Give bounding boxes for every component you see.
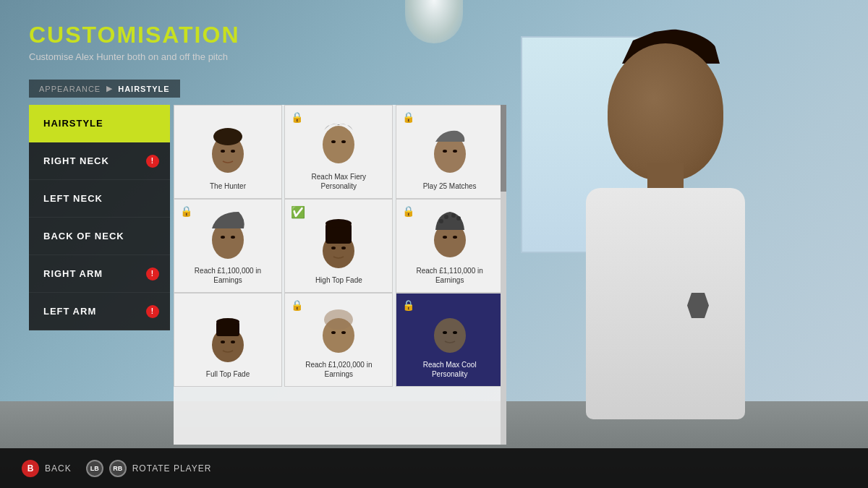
right-arm-badge: ! xyxy=(146,267,159,281)
face-7 xyxy=(310,302,367,360)
lock-icon-8: 🔒 xyxy=(402,299,414,311)
breadcrumb-appearance[interactable]: APPEARANCE xyxy=(39,85,101,93)
sidebar-item-right-neck[interactable]: RIGHT NECK ! xyxy=(29,142,170,180)
grid-scrollbar[interactable] xyxy=(501,105,506,445)
lock-icon-1: 🔒 xyxy=(291,111,303,123)
grid-cell-5[interactable]: 🔒 Reach £1,110,000 in Earnings xyxy=(396,199,504,293)
grid-inner: The Hunter 🔒 Reach Max Fiery Personality… xyxy=(174,105,506,387)
svg-point-4 xyxy=(323,126,354,163)
breadcrumb-separator: ▶ xyxy=(106,84,112,93)
title-section: CUSTOMISATION Customise Alex Hunter both… xyxy=(29,22,239,62)
grid-cell-2[interactable]: 🔒 Play 25 Matches xyxy=(396,105,504,199)
svg-point-16 xyxy=(331,247,336,249)
lock-icon-2: 🔒 xyxy=(402,111,414,123)
svg-point-29 xyxy=(231,341,235,343)
page-title: CUSTOMISATION xyxy=(29,22,239,48)
back-label: Back xyxy=(45,463,72,474)
lb-button[interactable]: LB xyxy=(86,460,103,477)
lock-icon-7: 🔒 xyxy=(291,299,303,311)
svg-point-28 xyxy=(221,341,225,343)
grid-cell-4[interactable]: ✅ High Top Fade xyxy=(284,199,393,293)
bottom-bar: B Back LB RB Rotate Player xyxy=(0,448,868,488)
sidebar-item-left-arm[interactable]: LEFT ARM ! xyxy=(29,293,170,330)
svg-point-24 xyxy=(453,236,457,239)
svg-point-27 xyxy=(216,318,239,325)
face-6 xyxy=(199,312,257,369)
svg-point-31 xyxy=(324,309,353,330)
grid-cell-3[interactable]: 🔒 Reach £1,100,000 in Earnings xyxy=(174,199,282,293)
svg-point-17 xyxy=(341,247,346,249)
svg-point-33 xyxy=(341,331,346,334)
face-0 xyxy=(199,124,257,181)
svg-point-15 xyxy=(326,219,352,228)
lock-icon-5: 🔒 xyxy=(402,205,414,217)
svg-point-9 xyxy=(453,150,457,153)
svg-point-2 xyxy=(221,150,225,153)
svg-point-36 xyxy=(453,331,457,334)
svg-point-11 xyxy=(221,236,225,239)
svg-point-20 xyxy=(444,215,448,219)
face-3 xyxy=(199,208,257,266)
cell-label-1: Reach Max Fiery Personality xyxy=(295,172,382,191)
lock-icon-3: 🔒 xyxy=(180,205,192,217)
svg-point-1 xyxy=(213,128,242,145)
breadcrumb-hairstyle[interactable]: HAIRSTYLE xyxy=(118,85,169,93)
svg-point-34 xyxy=(434,318,466,353)
cell-label-4: High Top Fade xyxy=(315,275,362,285)
svg-point-3 xyxy=(231,150,235,153)
left-arm-badge: ! xyxy=(146,305,159,318)
ui-overlay: CUSTOMISATION Customise Alex Hunter both… xyxy=(0,0,868,488)
svg-point-8 xyxy=(443,150,447,153)
svg-point-19 xyxy=(439,219,443,223)
svg-point-21 xyxy=(451,213,456,218)
grid-scrollbar-thumb[interactable] xyxy=(501,105,506,192)
sidebar-item-hairstyle[interactable]: HAIRSTYLE xyxy=(29,105,170,142)
svg-point-6 xyxy=(341,140,346,143)
svg-point-22 xyxy=(456,216,461,221)
svg-point-32 xyxy=(331,331,336,334)
face-1 xyxy=(310,114,367,172)
face-8 xyxy=(421,302,479,360)
rb-button[interactable]: RB xyxy=(109,460,127,477)
right-neck-badge: ! xyxy=(146,155,159,168)
sidebar-item-back-of-neck[interactable]: BACK OF NECK xyxy=(29,218,170,255)
grid-cell-8[interactable]: 🔒 Reach Max Cool Personality xyxy=(396,293,504,387)
face-2 xyxy=(421,124,479,181)
cell-label-6: Full Top Fade xyxy=(206,369,250,379)
rotate-control[interactable]: LB RB Rotate Player xyxy=(86,460,212,477)
face-4 xyxy=(310,218,367,275)
check-icon-4: ✅ xyxy=(291,205,305,219)
page-subtitle: Customise Alex Hunter both on and off th… xyxy=(29,51,239,62)
sidebar-item-left-neck[interactable]: LEFT NECK xyxy=(29,180,170,218)
svg-point-12 xyxy=(231,236,235,239)
back-control[interactable]: B Back xyxy=(22,460,72,477)
cell-label-0: The Hunter xyxy=(210,181,246,191)
sidebar-item-right-arm[interactable]: RIGHT ARM ! xyxy=(29,255,170,293)
cell-label-3: Reach £1,100,000 in Earnings xyxy=(184,266,271,285)
rotate-label: Rotate Player xyxy=(132,463,212,474)
cell-label-8: Reach Max Cool Personality xyxy=(407,360,493,379)
b-button[interactable]: B xyxy=(22,460,39,477)
hairstyle-grid: The Hunter 🔒 Reach Max Fiery Personality… xyxy=(174,105,506,445)
cell-label-7: Reach £1,020,000 in Earnings xyxy=(295,360,382,379)
grid-cell-6[interactable]: Full Top Fade xyxy=(174,293,282,387)
grid-cell-7[interactable]: 🔒 Reach £1,020,000 in Earnings xyxy=(284,293,393,387)
svg-point-35 xyxy=(443,331,447,334)
svg-point-23 xyxy=(443,236,447,239)
cell-label-5: Reach £1,110,000 in Earnings xyxy=(407,266,493,285)
grid-cell-1[interactable]: 🔒 Reach Max Fiery Personality xyxy=(284,105,393,199)
breadcrumb: APPEARANCE ▶ HAIRSTYLE xyxy=(29,80,180,98)
grid-cell-0[interactable]: The Hunter xyxy=(174,105,282,199)
face-5 xyxy=(421,208,479,266)
cell-label-2: Play 25 Matches xyxy=(423,181,477,191)
svg-point-5 xyxy=(331,140,336,143)
sidebar: HAIRSTYLE RIGHT NECK ! LEFT NECK BACK OF… xyxy=(29,105,170,330)
